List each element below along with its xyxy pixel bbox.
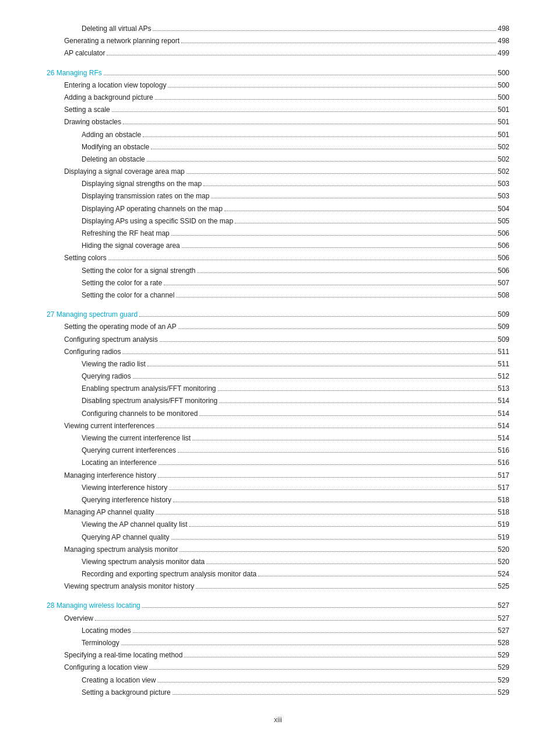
toc-entry: Specifying a real-time locating method52… [47, 650, 509, 661]
section-title: Locating modes [82, 625, 131, 636]
toc-entry: Displaying signal strengths on the map50… [47, 178, 509, 190]
chapter-title[interactable]: 27 Managing spectrum guard [47, 309, 138, 320]
section-divider [47, 593, 509, 600]
section-title: Configuring channels to be monitored [82, 408, 198, 419]
toc-dots [184, 657, 496, 657]
toc-page-number: 502 [498, 166, 509, 177]
section-title: Modifying an obstacle [82, 142, 149, 153]
toc-entry: Enabling spectrum analysis/FFT monitorin… [47, 383, 509, 394]
toc-entry: Displaying a signal coverage area map502 [47, 166, 509, 177]
section-title: Configuring radios [64, 346, 121, 358]
section-title: Setting colors [64, 253, 107, 264]
section-title: Deleting all virtual APs [82, 23, 151, 34]
toc-entry: Refreshing the RF heat map506 [47, 228, 509, 239]
toc-page-number: 528 [498, 638, 509, 649]
toc-entry: Setting the color for a signal strength5… [47, 265, 509, 276]
section-title: Locating an interference [82, 457, 157, 468]
toc-page-number: 518 [498, 495, 509, 506]
section-title: Managing AP channel quality [64, 507, 154, 518]
toc-page-number: 507 [498, 278, 509, 289]
toc-entry: Locating modes527 [47, 625, 509, 636]
toc-dots [155, 99, 496, 100]
section-title: Disabling spectrum analysis/FFT monitori… [82, 396, 217, 407]
toc-dots [151, 149, 496, 149]
toc-page-number: 527 [498, 625, 509, 636]
toc-entry: Creating a location view529 [47, 675, 509, 686]
toc-entry: Querying interference history518 [47, 495, 509, 506]
toc-dots [182, 247, 496, 248]
section-title: Viewing current interferences [64, 421, 154, 432]
toc-page-number: 527 [498, 600, 509, 611]
section-title: Displaying transmission rates on the map [82, 191, 209, 202]
toc-dots [171, 539, 496, 540]
toc-entry: Displaying transmission rates on the map… [47, 191, 509, 202]
toc-dots [203, 186, 496, 186]
toc-entry: Configuring a location view529 [47, 662, 509, 673]
toc-page-number: 501 [498, 130, 509, 141]
toc-dots [147, 366, 496, 366]
toc-entry: Querying AP channel quality519 [47, 532, 509, 543]
toc-dots [159, 464, 496, 465]
section-title: Viewing interference history [82, 482, 167, 494]
toc-entry: Setting colors506 [47, 253, 509, 264]
toc-entry: Overview527 [47, 613, 509, 624]
section-title: Setting a scale [64, 104, 110, 116]
section-title: Displaying AP operating channels on the … [82, 204, 223, 215]
toc-entry: Setting the operating mode of an AP509 [47, 321, 509, 332]
toc-page-number: 516 [498, 457, 509, 468]
toc-entry: Deleting all virtual APs498 [47, 23, 509, 34]
toc-entry: Displaying APs using a specific SSID on … [47, 216, 509, 227]
toc-page-number: 506 [498, 240, 509, 251]
toc-entry: Viewing the AP channel quality list519 [47, 519, 509, 530]
toc-page-number: 529 [498, 675, 509, 686]
toc-dots [197, 272, 496, 273]
toc-dots [142, 607, 496, 608]
toc-page-number: 524 [498, 569, 509, 580]
chapter-title[interactable]: 28 Managing wireless locating [47, 600, 140, 611]
section-title: Querying AP channel quality [82, 532, 170, 543]
toc-entry: Configuring radios511 [47, 346, 509, 358]
toc-entry: Terminology528 [47, 638, 509, 649]
section-title: Viewing spectrum analysis monitor histor… [64, 581, 194, 592]
toc-dots [147, 161, 496, 162]
section-title: Drawing obstacles [64, 117, 121, 128]
section-title: Querying radios [82, 371, 131, 382]
section-title: Adding a background picture [64, 92, 153, 103]
section-title: Deleting an obstacle [82, 154, 145, 165]
toc-page-number: 511 [498, 359, 509, 370]
toc-dots [123, 124, 496, 124]
section-title: Querying interference history [82, 495, 171, 506]
toc-page-number: 506 [498, 228, 509, 239]
toc-dots [143, 136, 496, 137]
section-title: AP calculator [64, 48, 105, 59]
toc-dots [112, 111, 496, 112]
toc-page-number: 502 [498, 154, 509, 165]
toc-page-number: 501 [498, 117, 509, 128]
toc-entry: Setting a background picture529 [47, 687, 509, 698]
toc-entry: Viewing spectrum analysis monitor histor… [47, 581, 509, 592]
toc-dots [121, 645, 496, 645]
toc-entry: Locating an interference516 [47, 457, 509, 468]
toc-page-number: 527 [498, 613, 509, 624]
section-title: Setting the color for a channel [82, 290, 174, 301]
toc-page-number: 514 [498, 396, 509, 407]
section-divider [47, 302, 509, 309]
toc-dots [153, 30, 496, 31]
toc-dots [211, 198, 496, 198]
section-title: Hiding the signal coverage area [82, 240, 180, 251]
section-title: Displaying signal strengths on the map [82, 178, 202, 190]
toc-dots [224, 211, 496, 211]
toc-page-number: 509 [498, 321, 509, 332]
toc-page-number: 504 [498, 204, 509, 215]
toc-dots [157, 682, 496, 682]
chapter-title[interactable]: 26 Managing RFs [47, 68, 102, 79]
page-number-footer: xiii [47, 716, 509, 724]
section-title: Viewing the radio list [82, 359, 146, 370]
toc-entry: Viewing the current interference list514 [47, 433, 509, 444]
toc-entry: Managing AP channel quality518 [47, 507, 509, 518]
toc-page-number: 501 [498, 104, 509, 116]
toc-dots [235, 223, 496, 223]
toc-dots [192, 440, 496, 440]
toc-page-number: 500 [498, 80, 509, 91]
toc-dots [178, 328, 496, 329]
